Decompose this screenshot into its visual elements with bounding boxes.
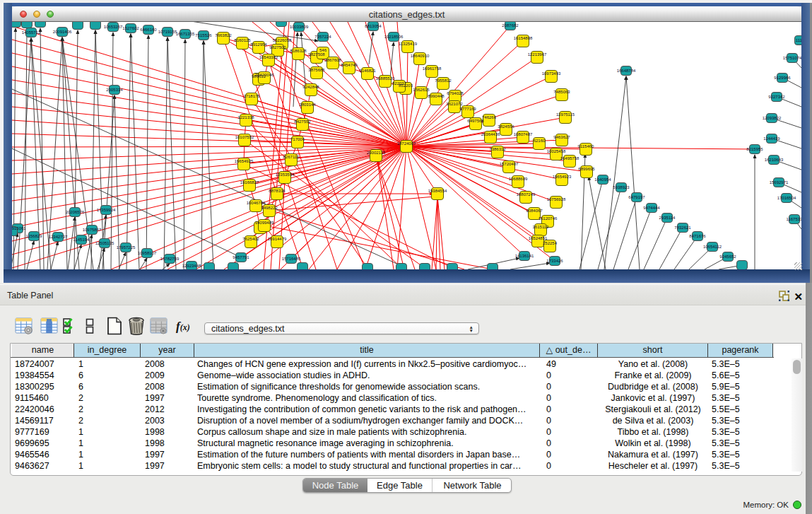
svg-text:12923448: 12923448 — [182, 264, 201, 268]
svg-text:10025458: 10025458 — [547, 149, 566, 153]
svg-text:2087682: 2087682 — [502, 23, 519, 28]
svg-text:14055712: 14055712 — [22, 30, 41, 35]
svg-text:8267110: 8267110 — [283, 155, 300, 159]
svg-text:10654112: 10654112 — [703, 245, 722, 249]
svg-text:15716485: 15716485 — [282, 257, 301, 261]
svg-text:9115460: 9115460 — [578, 144, 595, 148]
svg-text:16648784: 16648784 — [617, 69, 636, 73]
svg-text:9777169: 9777169 — [459, 107, 476, 111]
svg-text:10046786: 10046786 — [247, 201, 266, 205]
svg-text:10958107: 10958107 — [138, 251, 157, 255]
svg-text:3915061: 3915061 — [12, 226, 26, 230]
svg-text:1562615: 1562615 — [413, 88, 430, 92]
svg-text:2803144: 2803144 — [299, 103, 316, 107]
svg-text:16914479: 16914479 — [268, 237, 287, 241]
svg-text:8990448: 8990448 — [428, 94, 445, 98]
svg-text:9129966: 9129966 — [774, 76, 791, 80]
svg-text:7515526: 7515526 — [195, 33, 212, 37]
svg-text:22420046: 22420046 — [255, 73, 274, 77]
svg-text:17957225: 17957225 — [117, 245, 136, 250]
svg-text:546: 546 — [319, 48, 327, 52]
svg-text:6466160: 6466160 — [140, 28, 157, 32]
svg-text:16671355: 16671355 — [176, 32, 195, 36]
svg-text:16120746: 16120746 — [539, 216, 558, 221]
svg-text:15692971: 15692971 — [770, 180, 789, 185]
svg-text:10033809: 10033809 — [290, 25, 309, 29]
svg-text:7485063: 7485063 — [553, 90, 570, 94]
svg-text:9827500: 9827500 — [269, 45, 286, 49]
svg-text:12342737: 12342737 — [49, 235, 68, 239]
svg-text:18724007: 18724007 — [397, 141, 416, 146]
svg-text:62160: 62160 — [534, 139, 546, 143]
svg-text:10688609: 10688609 — [509, 177, 528, 181]
svg-text:1615112: 1615112 — [533, 225, 550, 229]
svg-text:2935114: 2935114 — [659, 216, 676, 220]
svg-text:5938923: 5938923 — [613, 185, 630, 189]
svg-text:9245652: 9245652 — [719, 255, 736, 259]
svg-text:8454749: 8454749 — [341, 63, 358, 67]
svg-text:11325419: 11325419 — [399, 42, 418, 46]
svg-text:14099489: 14099489 — [255, 221, 274, 225]
svg-text:8878334: 8878334 — [269, 189, 286, 193]
svg-text:1244419: 1244419 — [763, 136, 780, 141]
svg-text:55226058: 55226058 — [273, 38, 292, 42]
svg-text:6899695: 6899695 — [578, 167, 595, 171]
svg-text:20091406: 20091406 — [53, 30, 72, 34]
svg-text:7625402: 7625402 — [242, 237, 259, 241]
svg-text:2005334: 2005334 — [106, 88, 123, 92]
svg-text:3498222: 3498222 — [261, 206, 278, 210]
svg-text:12213967: 12213967 — [528, 52, 547, 57]
svg-text:1527602: 1527602 — [122, 26, 139, 30]
svg-text:12093822: 12093822 — [763, 116, 782, 120]
svg-text:15885520: 15885520 — [376, 76, 395, 81]
svg-text:252254: 252254 — [543, 241, 558, 245]
svg-text:8471676: 8471676 — [689, 234, 706, 238]
svg-text:746266: 746266 — [482, 115, 497, 119]
svg-text:16495758: 16495758 — [560, 156, 579, 160]
svg-text:1221338: 1221338 — [237, 115, 254, 119]
svg-text:8813054: 8813054 — [365, 24, 382, 28]
svg-text:9242848: 9242848 — [302, 85, 319, 89]
svg-text:19654923: 19654923 — [553, 175, 572, 179]
svg-text:3875685: 3875685 — [308, 68, 325, 72]
svg-text:3824554: 3824554 — [498, 124, 514, 129]
svg-text:6479197: 6479197 — [628, 195, 645, 199]
svg-text:10107552: 10107552 — [235, 135, 254, 139]
svg-text:10807487: 10807487 — [514, 132, 533, 136]
svg-text:9463627: 9463627 — [553, 135, 570, 139]
svg-text:1145194: 1145194 — [73, 238, 90, 242]
svg-text:6794028: 6794028 — [447, 91, 464, 95]
svg-text:7357224: 7357224 — [314, 35, 331, 39]
svg-text:717006: 717006 — [290, 137, 305, 141]
svg-text:15720407: 15720407 — [500, 162, 519, 166]
svg-text:10973493: 10973493 — [542, 71, 561, 76]
svg-text:19166827: 19166827 — [240, 180, 259, 185]
svg-text:1621072: 1621072 — [446, 102, 463, 106]
svg-text:8186328: 8186328 — [290, 49, 307, 53]
svg-text:1733426: 1733426 — [546, 259, 563, 263]
svg-text:9227342: 9227342 — [768, 95, 785, 99]
svg-text:18640910: 18640910 — [411, 54, 430, 58]
svg-text:9084067: 9084067 — [526, 209, 543, 213]
svg-text:7663822: 7663822 — [215, 33, 232, 37]
svg-text:20364436: 20364436 — [481, 132, 500, 136]
svg-text:10543382: 10543382 — [259, 55, 278, 59]
svg-text:7386312: 7386312 — [489, 147, 506, 151]
svg-text:9827508: 9827508 — [308, 52, 325, 57]
svg-text:16782759: 16782759 — [160, 257, 180, 261]
svg-text:1640954: 1640954 — [594, 177, 611, 182]
svg-text:1117: 1117 — [796, 38, 801, 42]
svg-text:8912954: 8912954 — [250, 42, 267, 47]
svg-text:7832621: 7832621 — [674, 226, 691, 230]
svg-text:10719155: 10719155 — [158, 30, 177, 34]
svg-text:7955812: 7955812 — [435, 78, 452, 83]
svg-text:16961758: 16961758 — [423, 66, 442, 71]
svg-text:10756928: 10756928 — [547, 197, 566, 201]
svg-text:19654925: 19654925 — [235, 159, 254, 163]
svg-text:16524851: 16524851 — [529, 236, 548, 240]
svg-text:16210643: 16210643 — [765, 158, 784, 162]
svg-text:2867608: 2867608 — [324, 58, 341, 62]
svg-text:8160125: 8160125 — [234, 38, 251, 42]
svg-text:17016504: 17016504 — [777, 196, 796, 200]
svg-text:10975867: 10975867 — [83, 228, 102, 232]
